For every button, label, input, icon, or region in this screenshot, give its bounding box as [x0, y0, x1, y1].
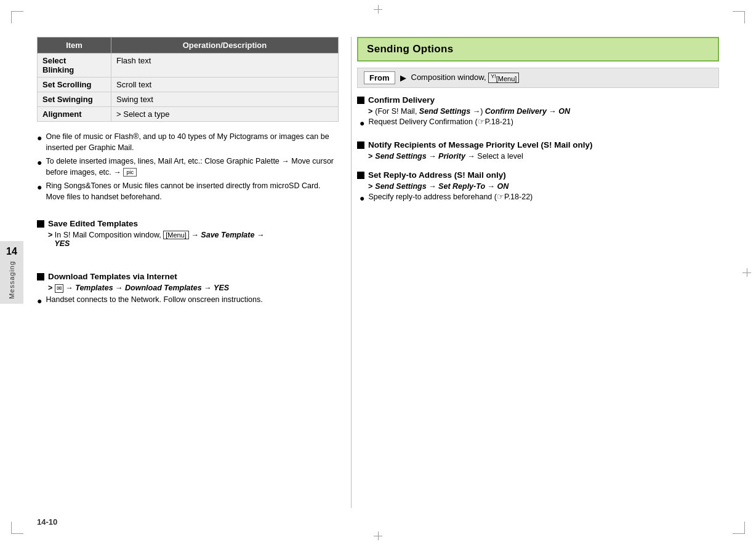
from-desc: Composition window, Y![Menu] — [411, 73, 520, 83]
page-sidebar: 14 Messaging — [0, 241, 23, 304]
confirm-delivery-title: Confirm Delivery — [368, 95, 435, 105]
table-row: SelectBlinking Flash text — [38, 54, 339, 78]
table-cell-desc: > Select a type — [111, 107, 339, 122]
confirm-delivery-section: Confirm Delivery > (For S! Mail, Send Se… — [357, 95, 719, 132]
bullet-text: Ring Songs&Tones or Music files cannot b… — [46, 181, 339, 202]
bullet-dot: ● — [37, 181, 42, 194]
bullet-text: Handset connects to the Network. Follow … — [46, 295, 262, 306]
section-heading: Notify Recipients of Message Priority Le… — [357, 140, 719, 149]
bullet-section: ● One file of music or Flash®, and up to… — [37, 132, 339, 205]
table-row: Set Swinging Swing text — [38, 92, 339, 107]
sending-options-title: Sending Options — [367, 43, 454, 55]
step-line: > Send Settings → Priority → Select a le… — [368, 152, 719, 161]
black-square-icon — [357, 172, 364, 179]
bullet-item: ● Request Delivery Confirmation (☞P.18-2… — [360, 117, 719, 130]
section-heading: Set Reply-to Address (S! Mail only) — [357, 170, 719, 180]
notify-recipients-section: Notify Recipients of Message Priority Le… — [357, 140, 719, 162]
table-cell-desc: Scroll text — [111, 78, 339, 92]
page-number: 14 — [6, 246, 17, 257]
from-arrow: ▶ — [400, 73, 406, 82]
bullet-item: ● Ring Songs&Tones or Music files cannot… — [37, 181, 339, 202]
bullet-dot: ● — [37, 157, 42, 169]
table-row: Alignment > Select a type — [38, 107, 339, 122]
content-area: Item Operation/Description SelectBlinkin… — [37, 37, 719, 508]
step-line: > Send Settings → Set Reply-To → ON — [368, 182, 719, 191]
table-cell-desc: Flash text — [111, 54, 339, 78]
bullet-item: ● Handset connects to the Network. Follo… — [37, 295, 339, 308]
bullet-text: Specify reply-to address beforehand (☞P.… — [368, 192, 533, 203]
black-square-icon — [357, 141, 364, 149]
table-header-item: Item — [38, 38, 111, 54]
bullet-text: Request Delivery Confirmation (☞P.18-21) — [368, 117, 513, 128]
reply-to-title: Set Reply-to Address (S! Mail only) — [368, 170, 506, 180]
bullet-item: ● One file of music or Flash®, and up to… — [37, 132, 339, 153]
step-chevron-icon: > — [368, 182, 372, 191]
black-square-icon — [357, 97, 364, 104]
bullet-dot: ● — [37, 132, 42, 145]
sending-options-header: Sending Options — [357, 37, 719, 62]
step-line: > ✉ → Templates → Download Templates → Y… — [48, 284, 339, 293]
section-heading: Save Edited Templates — [37, 219, 339, 228]
table-cell-item: Alignment — [38, 107, 111, 122]
right-column: Sending Options From ▶ Composition windo… — [357, 37, 719, 508]
notify-title: Notify Recipients of Message Priority Le… — [368, 140, 593, 149]
section-heading: Confirm Delivery — [357, 95, 719, 105]
step-chevron-icon: > — [368, 107, 372, 116]
step-text: (For S! Mail, Send Settings →) Confirm D… — [375, 107, 570, 116]
bullet-text: One file of music or Flash®, and up to 4… — [46, 132, 339, 153]
table-header-desc: Operation/Description — [111, 38, 339, 54]
table-cell-desc: Swing text — [111, 92, 339, 107]
download-templates-section: Download Templates via Internet > ✉ → Te… — [37, 266, 339, 311]
corner-mark-bl — [11, 522, 23, 534]
step-line: > In S! Mail Composition window, [Menu] … — [48, 231, 339, 248]
bullet-item: ● Specify reply-to address beforehand (☞… — [360, 192, 719, 205]
corner-mark-tl — [11, 11, 23, 23]
table-row: Set Scrolling Scroll text — [38, 78, 339, 92]
step-line: > (For S! Mail, Send Settings →) Confirm… — [368, 107, 719, 116]
black-square-icon — [37, 220, 44, 228]
save-templates-section: Save Edited Templates > In S! Mail Compo… — [37, 213, 339, 250]
center-mark-bottom — [374, 531, 382, 540]
item-table: Item Operation/Description SelectBlinkin… — [37, 37, 339, 122]
step-text: Send Settings → Set Reply-To → ON — [375, 182, 509, 191]
bullet-item: ● To delete inserted images, lines, Mail… — [37, 156, 339, 178]
corner-mark-br — [733, 522, 745, 534]
table-cell-item: SelectBlinking — [38, 54, 111, 78]
center-mark-top — [374, 5, 382, 14]
center-mark-right — [742, 268, 751, 277]
from-bar: From ▶ Composition window, Y![Menu] — [357, 68, 719, 88]
table-cell-item: Set Scrolling — [38, 78, 111, 92]
section-title: Save Edited Templates — [48, 219, 138, 228]
section-title: Download Templates via Internet — [48, 272, 177, 281]
corner-mark-tr — [733, 11, 745, 23]
bullet-dot: ● — [360, 193, 364, 205]
bullet-dot: ● — [37, 295, 42, 308]
from-button[interactable]: From — [364, 71, 395, 84]
bullet-text: To delete inserted images, lines, Mail A… — [46, 156, 339, 178]
left-column: Item Operation/Description SelectBlinkin… — [37, 37, 339, 508]
black-square-icon — [37, 273, 44, 280]
page-label: Messaging — [8, 261, 15, 299]
footer-page-number: 14-10 — [37, 517, 57, 527]
table-cell-item: Set Swinging — [38, 92, 111, 107]
section-heading: Download Templates via Internet — [37, 272, 339, 281]
step-chevron-icon: > — [368, 152, 372, 161]
step-text: Send Settings → Priority → Select a leve… — [375, 152, 523, 161]
bullet-dot: ● — [360, 117, 364, 130]
reply-to-section: Set Reply-to Address (S! Mail only) > Se… — [357, 170, 719, 207]
